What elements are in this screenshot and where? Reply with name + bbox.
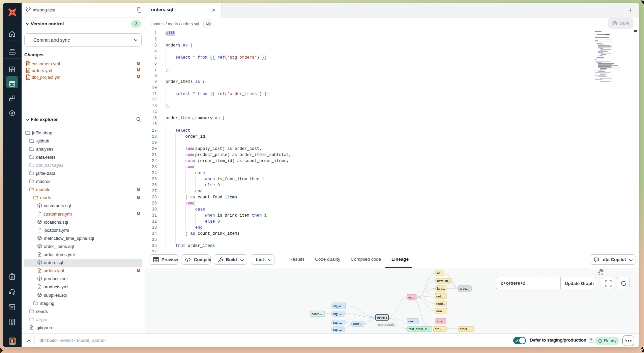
svg-text:or...: or... (437, 271, 442, 275)
svg-text:drin...: drin... (436, 310, 444, 313)
svg-text:or...: or... (408, 296, 414, 299)
svg-text:stg_...: stg_... (333, 312, 342, 316)
svg-text:new_cu...: new_cu... (437, 279, 450, 283)
svg-text:stg_...: stg_... (333, 328, 342, 331)
svg-text:larg...: larg... (437, 287, 445, 290)
svg-text:orders: orders (377, 316, 388, 319)
svg-text:test_order_it...: test_order_it... (409, 327, 429, 331)
svg-text:cust...: cust... (408, 320, 417, 323)
svg-text:food...: food... (436, 302, 445, 306)
svg-text:orde...: orde... (353, 322, 362, 326)
svg-text:ord...: ord... (436, 295, 444, 298)
svg-text:ord...: ord... (435, 327, 442, 331)
svg-text:ecom....: ecom.... (312, 312, 323, 316)
svg-text:orde...: orde... (460, 287, 468, 290)
svg-text:cus...: cus... (437, 320, 445, 323)
svg-text:stg_...: stg_... (333, 321, 342, 324)
svg-text:order_...: order_... (460, 327, 471, 331)
svg-text:stg_o...: stg_o... (333, 304, 344, 308)
